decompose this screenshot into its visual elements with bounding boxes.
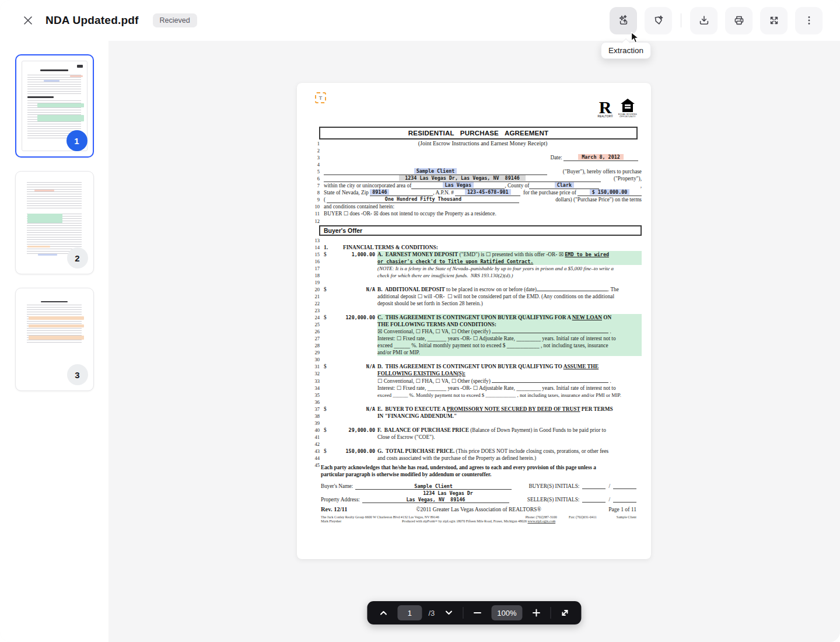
- plus-icon: [531, 608, 542, 618]
- chevron-up-icon: [378, 608, 388, 618]
- thumbnail-page-1[interactable]: 1: [15, 54, 94, 158]
- page-number-badge: 1: [66, 130, 88, 151]
- revision-row: Rev. 12/11 ©2011 Greater Las Vegas Assoc…: [321, 506, 636, 512]
- controls-divider: [551, 607, 551, 619]
- address-line1: 1234 Las Vegas Dr: [370, 490, 526, 496]
- toolbar: [610, 7, 822, 34]
- buyer-name-value: Sample Client: [414, 168, 457, 174]
- zoom-level[interactable]: 100%: [491, 605, 522, 620]
- ai-tag-icon: [652, 14, 665, 27]
- text-annotation-marker[interactable]: T: [315, 92, 326, 103]
- more-icon: [803, 14, 816, 27]
- zip-value: 89146: [370, 189, 389, 195]
- pdf-viewer-window: NDA Updated.pdf Recieved: [0, 0, 840, 642]
- property-address-value: 1234 Las Vegas Dr, Las Vegas, NV 89146: [399, 175, 526, 181]
- fit-expand-button[interactable]: [558, 605, 573, 620]
- chevron-down-icon: [443, 608, 454, 618]
- acknowledgment: Each party acknowledges that he/she has …: [321, 464, 636, 478]
- page-number-input[interactable]: 1: [397, 605, 422, 620]
- form-title: RESIDENTIAL PURCHASE AGREEMENT: [319, 127, 638, 139]
- extraction-tooltip: Extraction: [601, 42, 651, 59]
- city-value: Las Vegas: [443, 182, 474, 188]
- fine-print-row2: Mark Fleysher Produced with zipForm® by …: [321, 519, 636, 523]
- document-content: T R REALTOR® EQUAL HOUSING OPPORTUNITY R…: [297, 83, 651, 559]
- zoom-out-button[interactable]: [470, 605, 485, 620]
- section-title: Buyer's Offer: [319, 225, 642, 236]
- thumbnail-sidebar: 1 2 3: [0, 41, 108, 642]
- property-address-row: Property Address: Las Vegas, NV 89146 SE…: [321, 497, 636, 503]
- loan-amount: 120,000.00: [328, 314, 375, 321]
- county-value: Clark: [555, 182, 574, 188]
- document-viewport[interactable]: T R REALTOR® EQUAL HOUSING OPPORTUNITY R…: [108, 41, 840, 642]
- pdf-page-1: T R REALTOR® EQUAL HOUSING OPPORTUNITY R…: [297, 83, 651, 559]
- mouse-cursor: [631, 32, 639, 46]
- buyer-name-row: Buyer's Name: Sample Client BUYER(S) INI…: [321, 483, 636, 490]
- ziplogix-link[interactable]: www.zipLogix.com: [528, 519, 556, 523]
- address-line2: Las Vegas, NV 89146: [406, 497, 465, 503]
- ai-tag-button[interactable]: [645, 7, 672, 34]
- fullscreen-button[interactable]: [760, 7, 788, 34]
- form-body: 1(Joint Escrow Instructions and Earnest …: [311, 140, 642, 469]
- status-badge: Recieved: [153, 13, 197, 27]
- buyer-signature-name: Sample Client: [414, 483, 453, 489]
- print-button[interactable]: [725, 7, 752, 34]
- download-button[interactable]: [690, 7, 718, 34]
- equal-housing-logo: EQUAL HOUSING OPPORTUNITY: [618, 98, 637, 118]
- previous-page-button[interactable]: [376, 605, 391, 620]
- promissory-amount: N/A: [328, 406, 375, 413]
- fine-print-row1: The Jack Conley Realty Group 6600 W Char…: [321, 515, 636, 519]
- section-header-row: Buyer's Offer: [311, 225, 642, 237]
- thumbnail-page-3[interactable]: 3: [15, 288, 94, 391]
- toolbar-divider: [681, 13, 681, 27]
- zoom-in-button[interactable]: [529, 605, 544, 620]
- print-icon: [733, 14, 746, 27]
- form-footer: Each party acknowledges that he/she has …: [321, 464, 636, 523]
- logos: R REALTOR® EQUAL HOUSING OPPORTUNITY: [597, 98, 637, 118]
- date-value: March 8, 2012: [578, 154, 624, 160]
- more-options-button[interactable]: [795, 7, 822, 34]
- fullscreen-icon: [768, 14, 780, 27]
- balance-amount: 29,000.00: [328, 427, 375, 434]
- page-number-badge: 3: [67, 364, 88, 385]
- top-bar: NDA Updated.pdf Recieved: [0, 0, 840, 41]
- copyright: ©2011 Greater Las Vegas Association of R…: [321, 506, 636, 512]
- controls-divider: [463, 607, 463, 619]
- minus-icon: [472, 608, 482, 618]
- download-icon: [698, 14, 710, 27]
- document-title: NDA Updated.pdf: [46, 14, 139, 27]
- page-total: /3: [428, 609, 435, 617]
- extraction-button[interactable]: [610, 7, 637, 34]
- extraction-icon: [617, 14, 630, 27]
- apn-value: 123-45-678-901: [465, 189, 511, 195]
- emd-amount: 1,000.00: [328, 251, 375, 258]
- additional-deposit-amount: N/A: [328, 286, 375, 293]
- total-price-amount: 150,000.00: [328, 448, 375, 455]
- address-line1-row: 1234 Las Vegas Dr: [321, 490, 636, 496]
- close-button[interactable]: [18, 10, 38, 31]
- viewer-controls: 1 /3 100%: [367, 601, 581, 624]
- expand-diagonal-icon: [560, 608, 570, 618]
- thumbnail-page-2[interactable]: 2: [15, 171, 94, 274]
- close-icon: [21, 13, 35, 27]
- assume-loan-amount: N/A: [328, 363, 375, 370]
- next-page-button[interactable]: [441, 605, 456, 620]
- price-value: $ 150,000.00: [590, 189, 630, 195]
- price-words-value: One Hundred Fifty Thousand: [385, 196, 461, 202]
- realtor-logo: R REALTOR®: [597, 100, 613, 118]
- page-number-badge: 2: [67, 247, 88, 268]
